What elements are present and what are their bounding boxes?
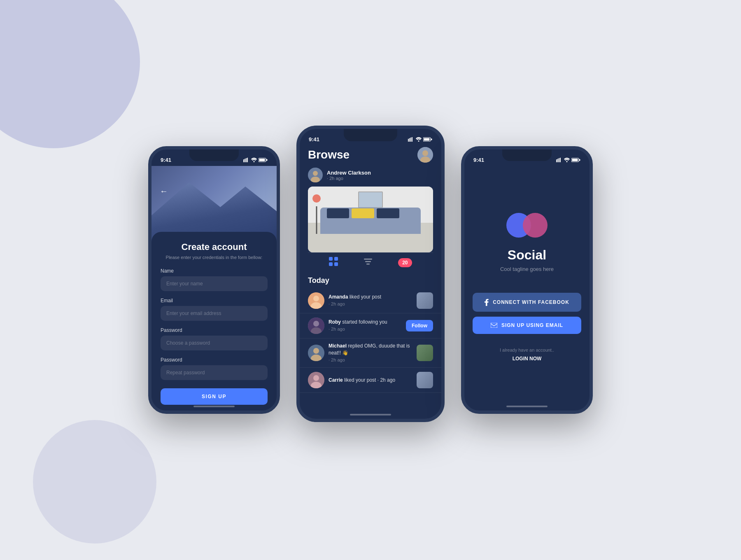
login-prompt: I already have an account.. LOGIN NOW <box>500 346 554 363</box>
room-pillow-3 <box>377 208 399 218</box>
svg-rect-44 <box>560 158 561 162</box>
phone-create-account: 9:41 ← Create account Please enter your … <box>148 146 280 414</box>
post-author-avatar <box>308 168 323 182</box>
room-pillow-1 <box>327 208 350 218</box>
phone1-status-icons <box>243 158 268 162</box>
grid-tab[interactable] <box>329 257 338 268</box>
logo-circle-pink <box>523 213 548 238</box>
svg-point-17 <box>422 150 428 156</box>
signup-button[interactable]: SIGN UP <box>161 388 268 405</box>
phone1-notch <box>189 149 239 161</box>
email-signup-button[interactable]: SIGN UP USING EMAIL <box>473 317 581 334</box>
notification-amanda[interactable]: Amanda liked your post · 2h ago <box>300 288 441 313</box>
name-field-group: Name <box>161 268 268 291</box>
svg-rect-23 <box>334 257 338 261</box>
svg-point-20 <box>313 171 318 176</box>
svg-rect-3 <box>247 158 248 162</box>
svg-point-33 <box>313 321 319 327</box>
svg-point-36 <box>313 348 319 354</box>
svg-rect-11 <box>412 137 412 142</box>
bg-decoration-circle-top <box>0 0 140 148</box>
svg-rect-42 <box>557 159 558 162</box>
phone-browse: 9:41 Browse <box>296 126 445 422</box>
password-label: Password <box>161 327 268 333</box>
logo-circles <box>506 213 548 238</box>
carrie-notification-text: Carrie liked your post · 2h ago <box>329 377 412 384</box>
svg-rect-28 <box>366 264 370 265</box>
phone1-content: ← Create account Please enter your crede… <box>151 166 277 411</box>
facebook-connect-button[interactable]: CONNECT WITH FACEBOOK <box>473 293 581 312</box>
michael-post-thumb <box>417 345 433 361</box>
svg-rect-7 <box>266 159 268 161</box>
create-account-title: Create account <box>161 242 268 252</box>
carrie-post-thumb <box>417 372 433 388</box>
svg-rect-6 <box>259 159 265 161</box>
svg-point-4 <box>254 161 255 162</box>
svg-rect-10 <box>410 138 411 142</box>
repeat-password-input[interactable] <box>161 365 268 380</box>
svg-rect-27 <box>365 261 371 262</box>
phone3-content: Social Cool tagline goes here CONNECT WI… <box>464 166 590 411</box>
name-label: Name <box>161 268 268 274</box>
name-input[interactable] <box>161 276 268 291</box>
svg-point-12 <box>418 140 419 142</box>
room-painting <box>358 191 383 208</box>
phone3-time: 9:41 <box>473 157 484 163</box>
follow-button[interactable]: Follow <box>406 320 433 331</box>
amanda-post-thumb <box>417 292 433 309</box>
phone-social: 9:41 Social Cool tagline goes here CONNE… <box>461 146 593 414</box>
svg-rect-22 <box>329 257 333 261</box>
room-lamp <box>312 194 322 234</box>
current-user-avatar[interactable] <box>417 147 433 163</box>
browse-title: Browse <box>308 148 350 161</box>
phone2-home-indicator <box>350 414 391 415</box>
svg-rect-25 <box>334 262 338 266</box>
svg-rect-1 <box>245 159 245 162</box>
email-input[interactable] <box>161 306 268 321</box>
notification-roby[interactable]: Roby started following you · 2h ago Foll… <box>300 313 441 338</box>
phone2-time: 9:41 <box>309 136 319 142</box>
create-account-subtitle: Please enter your credentials in the for… <box>161 255 268 260</box>
svg-rect-26 <box>364 259 372 260</box>
repeat-password-label: Password <box>161 357 268 363</box>
notification-carrie[interactable]: Carrie liked your post · 2h ago <box>300 368 441 393</box>
back-button[interactable]: ← <box>160 187 168 196</box>
facebook-button-label: CONNECT WITH FACEBOOK <box>493 299 569 305</box>
phone2-content: Browse Andrew Clarkson · 2h ago <box>300 145 441 419</box>
roby-notification-text: Roby started following you · 2h ago <box>329 319 402 333</box>
phone1-home-indicator <box>193 406 235 407</box>
carrie-avatar <box>308 372 324 388</box>
svg-rect-14 <box>424 138 430 140</box>
svg-rect-43 <box>559 158 559 162</box>
svg-rect-8 <box>408 139 409 142</box>
amanda-notification-text: Amanda liked your post · 2h ago <box>329 294 412 308</box>
phone3-notch <box>502 149 552 161</box>
amanda-avatar <box>308 292 324 309</box>
phone3-status-icons <box>556 158 580 162</box>
social-tagline: Cool tagline goes here <box>500 266 554 272</box>
post-image-card <box>308 187 433 252</box>
michael-avatar <box>308 345 324 361</box>
svg-rect-0 <box>243 159 244 162</box>
svg-rect-2 <box>246 158 247 162</box>
phone3-home-indicator <box>506 406 548 407</box>
notification-badge[interactable]: 20 <box>398 258 412 267</box>
roby-avatar <box>308 317 324 334</box>
phone2-status-icons <box>408 137 432 142</box>
password-input[interactable] <box>161 336 268 350</box>
repeat-password-field-group: Password <box>161 357 268 380</box>
svg-point-45 <box>566 161 568 162</box>
room-pillow-2 <box>352 208 374 218</box>
create-account-form: Create account Please enter your credent… <box>151 232 277 411</box>
post-author-info: Andrew Clarkson · 2h ago <box>327 170 371 181</box>
svg-rect-48 <box>579 159 580 161</box>
post-image <box>308 187 433 252</box>
svg-rect-24 <box>329 262 333 266</box>
svg-rect-9 <box>409 138 410 142</box>
login-now-link[interactable]: LOGIN NOW <box>500 355 554 364</box>
post-author-time: · 2h ago <box>327 176 371 181</box>
room-scene <box>308 187 433 252</box>
notification-michael[interactable]: Michael replied OMG, duuude that is neat… <box>300 338 441 368</box>
filter-tab[interactable] <box>364 259 372 267</box>
email-field-group: Email <box>161 298 268 321</box>
